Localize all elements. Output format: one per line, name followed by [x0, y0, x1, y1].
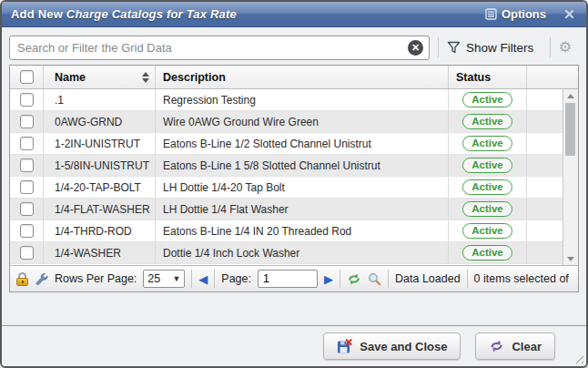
row-checkbox[interactable]	[20, 224, 34, 238]
row-checkbox[interactable]	[20, 115, 34, 128]
row-checkbox-cell	[10, 133, 44, 154]
rows-per-page-value: 25	[147, 272, 160, 285]
save-floppy-icon	[337, 339, 352, 354]
vertical-scrollbar[interactable]	[563, 89, 578, 265]
sort-icon[interactable]	[142, 72, 149, 83]
next-page-button[interactable]: ▶	[324, 273, 333, 285]
table-row[interactable]: 1/4-FLAT-WASHER LH Dottie 1/4 Flat Washe…	[10, 199, 563, 220]
wrench-icon[interactable]	[35, 272, 48, 286]
select-all-checkbox[interactable]	[20, 70, 34, 84]
save-and-close-button[interactable]: Save and Close	[323, 332, 461, 360]
show-filters-label: Show Filters	[466, 41, 533, 55]
status-badge: Active	[462, 158, 512, 173]
cell-status: Active	[449, 199, 527, 220]
clear-refresh-icon	[489, 339, 504, 353]
table-row[interactable]: 1/4-THRD-ROD Eatons B-Line 1/4 IN 20 Thr…	[10, 220, 563, 242]
page-number-input[interactable]	[258, 270, 318, 288]
row-checkbox[interactable]	[20, 202, 34, 216]
search-input[interactable]	[9, 36, 430, 60]
clear-label: Clear	[512, 340, 542, 353]
dialog-footer: Save and Close Clear	[2, 325, 586, 366]
row-checkbox-cell	[10, 177, 44, 198]
grid-viewport: .1 Regression Testing Active 0AWG-GRND W…	[10, 89, 578, 265]
divider	[191, 270, 192, 288]
column-header-status[interactable]: Status	[449, 66, 527, 88]
pager-toolbar: Rows Per Page: 25 ▼ ◀ Page: ▶	[10, 265, 578, 291]
status-badge: Active	[462, 223, 512, 239]
row-checkbox[interactable]	[20, 180, 34, 194]
row-checkbox[interactable]	[20, 93, 34, 107]
table-row[interactable]: 0AWG-GRND Wire 0AWG Ground Wire Green Ac…	[10, 111, 563, 133]
options-button[interactable]: Options	[485, 7, 546, 21]
previous-page-button[interactable]: ◀	[198, 273, 208, 285]
table-row[interactable]: 1-5/8IN-UNISTRUT Eatons B-Line 1 5/8 Slo…	[10, 155, 563, 177]
cell-description: Dottie 1/4 Inch Lock Washer	[156, 242, 449, 263]
dialog-title-emphasis: Charge Catalogs for Tax Rate	[66, 7, 237, 21]
cell-blank	[527, 242, 563, 263]
table-row[interactable]: 1/4-20-TAP-BOLT LH Dottie 1/4-20 Tap Bol…	[10, 177, 563, 199]
grid-header: Name Description Status	[10, 66, 578, 89]
charge-catalog-grid: Name Description Status .1 Regression Te…	[9, 65, 579, 292]
table-row[interactable]: 1-2IN-UNISTRUT Eatons B-Line 1/2 Slotted…	[10, 133, 563, 155]
cell-name: 0AWG-GRND	[44, 111, 156, 132]
chevron-down-icon: ▼	[172, 274, 180, 283]
status-badge: Active	[462, 201, 512, 217]
status-badge: Active	[462, 245, 512, 261]
cell-name: 1/4-THRD-ROD	[44, 220, 156, 241]
column-header-name[interactable]: Name	[44, 66, 156, 88]
divider	[214, 270, 215, 288]
status-badge: Active	[462, 179, 512, 195]
cell-name: 1/4-FLAT-WASHER	[44, 199, 156, 220]
lock-icon[interactable]	[16, 272, 28, 286]
rows-per-page-select[interactable]: 25 ▼	[143, 270, 185, 288]
search-details-icon[interactable]	[368, 272, 381, 286]
row-checkbox-cell	[10, 242, 44, 263]
scrollbar-thumb[interactable]	[565, 103, 575, 156]
row-checkbox[interactable]	[20, 158, 34, 172]
cell-blank	[527, 111, 563, 132]
cell-status: Active	[449, 89, 527, 110]
cell-status: Active	[449, 111, 527, 132]
cell-blank	[527, 155, 563, 176]
cell-blank	[527, 89, 563, 110]
status-header-label: Status	[456, 71, 491, 84]
gear-icon[interactable]: ⚙	[559, 40, 572, 55]
search-wrapper: ✕	[9, 36, 430, 60]
table-row[interactable]: .1 Regression Testing Active	[10, 89, 563, 111]
table-row[interactable]: 1/4-WASHER Dottie 1/4 Inch Lock Washer A…	[10, 242, 563, 264]
divider	[340, 270, 340, 288]
row-checkbox-cell	[10, 89, 44, 110]
row-checkbox-cell	[10, 199, 44, 220]
filter-funnel-icon	[447, 41, 461, 55]
add-charge-catalogs-dialog: Add New Charge Catalogs for Tax Rate Opt…	[0, 0, 588, 368]
close-button[interactable]	[561, 6, 577, 23]
column-header-description[interactable]: Description	[156, 66, 449, 88]
cell-name: 1/4-20-TAP-BOLT	[44, 177, 156, 198]
scroll-down-arrow-icon[interactable]	[563, 252, 578, 265]
row-checkbox[interactable]	[20, 246, 34, 260]
scroll-up-arrow-icon[interactable]	[563, 89, 578, 102]
status-badge: Active	[462, 136, 512, 151]
row-checkbox[interactable]	[20, 137, 34, 150]
clear-search-button[interactable]: ✕	[408, 40, 423, 56]
row-checkbox-cell	[10, 220, 44, 241]
column-header-blank	[527, 66, 578, 88]
cell-description: Eatons B-Line 1 5/8 Slotted Channel Unis…	[156, 155, 449, 176]
show-filters-button[interactable]: Show Filters	[447, 41, 533, 55]
rows-per-page-label: Rows Per Page:	[55, 272, 137, 285]
cell-name: 1/4-WASHER	[44, 242, 156, 263]
clear-button[interactable]: Clear	[475, 332, 555, 360]
name-header-label: Name	[55, 71, 86, 84]
options-label: Options	[502, 7, 546, 21]
refresh-icon[interactable]	[347, 272, 361, 286]
cell-name: 1-5/8IN-UNISTRUT	[44, 155, 156, 176]
body-gap	[2, 292, 586, 325]
dialog-titlebar: Add New Charge Catalogs for Tax Rate Opt…	[2, 2, 586, 27]
cell-name: 1-2IN-UNISTRUT	[44, 133, 156, 154]
cell-name: .1	[44, 89, 156, 110]
description-header-label: Description	[163, 71, 226, 84]
cell-status: Active	[449, 242, 527, 263]
grid-body: .1 Regression Testing Active 0AWG-GRND W…	[10, 89, 563, 265]
dialog-title: Add New Charge Catalogs for Tax Rate	[11, 7, 237, 21]
divider	[550, 37, 551, 57]
